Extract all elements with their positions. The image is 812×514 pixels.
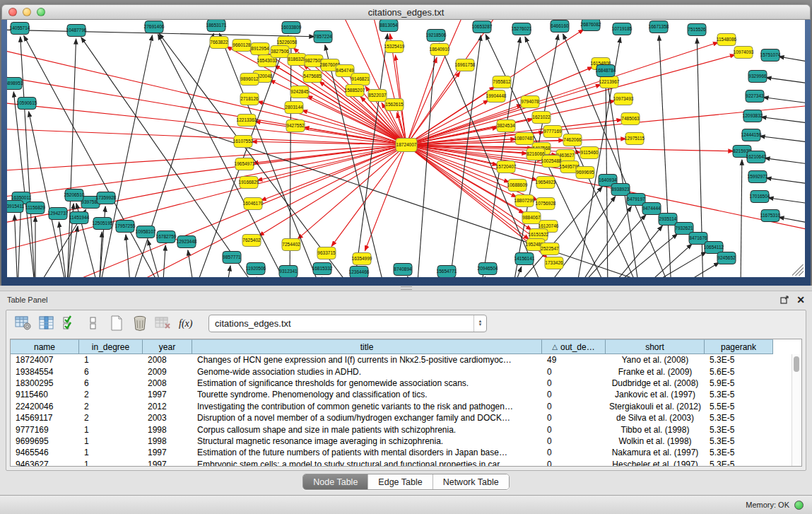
- graph-node-label: 19218506: [426, 33, 447, 37]
- cell-title: Genome-wide association studies in ADHD.: [192, 367, 542, 377]
- column-header-out_de[interactable]: △out_de…: [542, 339, 606, 354]
- cell-pagerank: 5.3E-5: [705, 390, 773, 399]
- memory-status-icon: [794, 501, 804, 510]
- graph-node-label: 18653171: [206, 23, 227, 28]
- table-selector-value: citations_edges.txt: [209, 318, 473, 329]
- graph-node-label: 12213967: [599, 79, 620, 84]
- column-header-in_degree[interactable]: in_degree: [79, 339, 143, 354]
- graph-edge: [512, 267, 522, 277]
- graph-edge: [126, 235, 131, 277]
- tab-network-table[interactable]: Network Table: [433, 474, 509, 489]
- graph-node-label: 12942737: [48, 211, 69, 216]
- cell-title: Embryonic stem cells: a model to study s…: [192, 460, 542, 467]
- column-header-pagerank[interactable]: pagerank: [705, 339, 773, 354]
- graph-node-label: 18807299: [514, 198, 535, 203]
- column-header-name[interactable]: name: [11, 339, 79, 354]
- cell-name: 18724007: [11, 355, 79, 365]
- tab-node-table[interactable]: Node Table: [303, 474, 367, 489]
- cell-pagerank: 5.3E-5: [705, 413, 773, 423]
- graph-edge: [67, 39, 76, 277]
- cell-short: Franke et al. (2009): [606, 367, 705, 377]
- table-row[interactable]: 977716911998Corpus callosum shape and si…: [11, 424, 801, 435]
- graph-node-label: 16151522: [529, 232, 549, 237]
- graph-node-label: 14055714: [10, 25, 30, 30]
- cell-out_de: 0: [542, 367, 606, 377]
- cell-name: 9699695: [11, 436, 79, 446]
- table-scrollbar[interactable]: [792, 354, 801, 466]
- cell-year: 1997: [143, 460, 192, 467]
- cell-pagerank: 5.9E-5: [705, 378, 773, 388]
- column-header-short[interactable]: short: [606, 339, 705, 354]
- cell-in_degree: 2: [79, 390, 143, 399]
- close-window-icon[interactable]: [8, 8, 17, 16]
- table-row[interactable]: 1872400712008Changes of HCN gene express…: [11, 354, 801, 366]
- cell-short: Stergiakouli et al. (2012): [606, 402, 705, 411]
- table-selector-dropdown[interactable]: citations_edges.txt ▲▼: [208, 315, 487, 332]
- delete-table-icon[interactable]: [153, 314, 172, 333]
- cell-pagerank: 5.3E-5: [705, 355, 773, 365]
- close-panel-icon[interactable]: ✕: [796, 296, 805, 304]
- graph-node-label: 16671358: [649, 24, 669, 29]
- graph-node-label: 9427552: [286, 123, 305, 128]
- table-row[interactable]: 911546021997Tourette syndrome. Phenomeno…: [11, 389, 801, 400]
- graph-node-label: 7625402: [242, 238, 261, 243]
- unselect-all-icon[interactable]: [83, 314, 102, 333]
- graph-node-label: 9242845: [290, 89, 309, 94]
- function-icon[interactable]: f(x): [177, 314, 196, 333]
- table-settings-icon[interactable]: [13, 314, 33, 333]
- graph-node-label: 15720407: [496, 164, 517, 169]
- graph-node-label: 10973493: [613, 96, 634, 101]
- cell-pagerank: 5.3E-5: [705, 460, 773, 467]
- graph-edge: [766, 78, 805, 85]
- table-row[interactable]: 1938455462009Genome-wide association stu…: [11, 366, 801, 377]
- graph-node-label: 18640910: [430, 47, 450, 52]
- table-row[interactable]: 946554611997Estimation of the future num…: [11, 447, 801, 458]
- new-document-icon[interactable]: [107, 314, 126, 333]
- minimize-window-icon[interactable]: [23, 8, 31, 16]
- graph-node-label: 12093832: [743, 113, 763, 118]
- table-column-icon[interactable]: [37, 314, 56, 333]
- scrollbar-thumb[interactable]: [794, 356, 799, 372]
- cell-pagerank: 5.3E-5: [705, 425, 773, 435]
- window-titlebar[interactable]: citations_edges.txt: [1, 4, 811, 20]
- table-row[interactable]: 1456911722003Disruption of a novel membe…: [11, 412, 801, 424]
- graph-node-label: 2718126: [240, 96, 259, 101]
- cell-out_de: 0: [542, 436, 606, 446]
- graph-node-label: 10025488: [541, 158, 562, 163]
- table-panel-header: Table Panel ✕: [0, 291, 812, 308]
- select-all-icon[interactable]: [60, 314, 79, 333]
- table-row[interactable]: 2242004622012Investigating the contribut…: [11, 401, 801, 412]
- cell-title: Corpus callosum shape and size in male p…: [192, 425, 542, 435]
- network-view[interactable]: 1405571410487796276914061865317116033809…: [7, 20, 805, 277]
- cell-short: Tibbo et al. (1998): [606, 425, 705, 435]
- cell-year: 2008: [143, 355, 192, 365]
- network-frame: 1405571410487796276914061865317116033809…: [1, 20, 811, 286]
- cell-name: 19384554: [11, 367, 79, 377]
- graph-node-label: 15226058: [277, 40, 298, 45]
- graph-node-label: 11156829: [25, 205, 45, 210]
- column-header-year[interactable]: year: [143, 339, 192, 354]
- float-panel-icon[interactable]: [780, 296, 789, 304]
- table-row[interactable]: 969969511998Structural magnetic resonanc…: [11, 436, 801, 447]
- zoom-window-icon[interactable]: [37, 8, 45, 16]
- graph-node-label: 7254402: [282, 242, 300, 247]
- column-header-title[interactable]: title: [192, 339, 542, 354]
- tab-edge-table[interactable]: Edge Table: [367, 474, 432, 489]
- cell-title: Structural magnetic resonance image aver…: [192, 436, 542, 446]
- graph-node-label: 19166829: [239, 180, 259, 185]
- trash-icon[interactable]: [130, 314, 149, 333]
- table-row[interactable]: 946362711997Embryonic stem cells: a mode…: [11, 459, 801, 467]
- graph-node-label: 16782759: [156, 234, 177, 239]
- cell-short: Hescheler et al. (1997): [606, 460, 705, 467]
- graph-node-label: 15992971: [748, 174, 768, 179]
- graph-node-label: 2935114: [659, 216, 677, 221]
- pane-splitter[interactable]: [0, 286, 812, 291]
- table-row[interactable]: 1830029562008Estimation of significance …: [11, 378, 801, 389]
- node-table: namein_degreeyeartitle△out_de…shortpager…: [10, 339, 802, 467]
- graph-node-label: 11920506: [246, 266, 266, 271]
- resize-grip-icon[interactable]: [792, 264, 804, 276]
- graph-node-label: 9245652: [717, 255, 736, 260]
- graph-edge: [449, 35, 481, 277]
- memory-status-label: Memory: OK: [746, 501, 789, 509]
- cell-short: Yano et al. (2008): [606, 355, 705, 365]
